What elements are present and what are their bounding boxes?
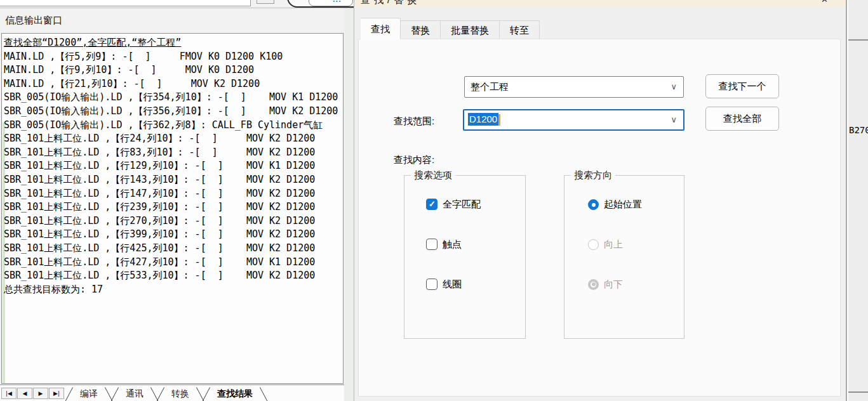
checkbox-option[interactable]: 触点	[426, 239, 481, 250]
output-line[interactable]: 总共查找目标数为: 17	[4, 283, 344, 297]
output-line[interactable]: SBR_101上料工位.LD ,【行83,列10】: -[ ] MOV K2 D…	[4, 146, 344, 160]
find-tab-panel: 查找范围: 整个工程 ∨ 查找下一个 查找内容: D1200 ∨ 查找全部 搜索…	[358, 39, 841, 397]
radio-label: 向上	[604, 239, 623, 251]
output-line[interactable]: SBR_101上料工位.LD ,【行129,列10】: -[ ] MOV K1 …	[4, 159, 344, 173]
background-divider-bottom	[848, 391, 868, 393]
checkbox-icon[interactable]	[426, 199, 437, 210]
radio-label: 向下	[604, 279, 623, 291]
radio-icon[interactable]	[588, 199, 599, 210]
selected-text: D1200	[468, 113, 498, 126]
search-direction-list: 起始位置 向上 向下	[588, 199, 642, 319]
output-list: 查找全部“D1200”,全字匹配,“整个工程”MAIN.LD ,【行5,列9】:…	[1, 33, 344, 384]
scope-value: 整个工程	[471, 81, 509, 93]
output-line[interactable]: SBR_101上料工位.LD ,【行239,列10】: -[ ] MOV K2 …	[4, 201, 344, 214]
find-next-button[interactable]: 查找下一个	[705, 74, 779, 98]
dialog-tabs: 查找替换批量替换转至	[361, 18, 540, 39]
output-line[interactable]: SBR_005(IO输入输出).LD ,【行356,列10】: -[ ] MOV…	[4, 105, 344, 119]
radio-icon[interactable]	[588, 239, 599, 250]
toolbar-combo-fragment[interactable]	[0, 0, 251, 6]
sheet-tabs: 编译通讯转换查找结果	[66, 385, 267, 401]
output-line[interactable]: SBR_101上料工位.LD ,【行399,列10】: -[ ] MOV K2 …	[4, 228, 344, 242]
tab-nav-arrow-icon[interactable]: ▶|	[49, 388, 64, 399]
find-replace-dialog: 查找/替换 ✕ 查找替换批量替换转至 查找范围: 整个工程 ∨ 查找下一个 查找…	[354, 0, 847, 401]
main-window-left-pane: ... 信息输出窗口 查找全部“D1200”,全字匹配,“整个工程”MAIN.L…	[0, 0, 354, 401]
dialog-tab[interactable]: 批量替换	[441, 20, 500, 39]
radio-option[interactable]: 向下	[588, 279, 642, 290]
radio-option[interactable]: 起始位置	[588, 199, 642, 210]
output-line[interactable]: MAIN.LD ,【行21,列10】: -[ ] MOV K2 D1200	[4, 77, 344, 91]
output-line[interactable]: 查找全部“D1200”,全字匹配,“整个工程”	[4, 36, 344, 50]
text-caret	[498, 114, 500, 126]
close-icon[interactable]: ✕	[821, 0, 828, 4]
search-options-list: 全字匹配 触点 线圈	[426, 199, 481, 319]
dialog-tab[interactable]: 查找	[361, 18, 401, 39]
background-divider	[848, 39, 868, 41]
checkbox-icon[interactable]	[426, 279, 437, 290]
sheet-tab[interactable]: 通讯	[112, 385, 157, 401]
output-line[interactable]: SBR_101上料工位.LD ,【行427,列10】: -[ ] MOV K1 …	[4, 256, 344, 270]
content-label: 查找内容:	[394, 154, 434, 166]
checkbox-label: 全字匹配	[443, 199, 481, 211]
scope-label: 查找范围:	[394, 115, 434, 128]
radio-icon[interactable]	[588, 279, 599, 290]
output-line[interactable]: SBR_005(IO输入输出).LD ,【行354,列10】: -[ ] MOV…	[4, 91, 344, 105]
checkbox-icon[interactable]	[426, 239, 437, 250]
sheet-tab[interactable]: 编译	[66, 385, 112, 401]
dialog-title: 查找/替换	[361, 0, 420, 6]
dialog-titlebar[interactable]: 查找/替换 ✕	[354, 0, 846, 6]
search-options-group: 搜索选项 全字匹配 触点 线圈	[404, 175, 526, 339]
output-lines: 查找全部“D1200”,全字匹配,“整个工程”MAIN.LD ,【行5,列9】:…	[4, 36, 344, 296]
background-window-strip: B270	[848, 0, 868, 401]
checkbox-option[interactable]: 全字匹配	[426, 199, 481, 210]
checkbox-label: 线圈	[443, 279, 462, 291]
output-line[interactable]: MAIN.LD ,【行5,列9】: -[ ] FMOV K0 D1200 K10…	[4, 50, 344, 64]
toolbar-button-fragment[interactable]	[257, 0, 274, 4]
tab-nav-arrow-icon[interactable]: ◀	[17, 388, 32, 399]
output-line[interactable]: SBR_101上料工位.LD ,【行143,列10】: -[ ] MOV K2 …	[4, 173, 344, 187]
ellipsis-icon: ...	[333, 0, 342, 4]
output-line[interactable]: SBR_101上料工位.LD ,【行425,列10】: -[ ] MOV K2 …	[4, 242, 344, 256]
output-line[interactable]: SBR_101上料工位.LD ,【行270,列10】: -[ ] MOV K2 …	[4, 214, 344, 228]
output-line[interactable]: SBR_101上料工位.LD ,【行24,列10】: -[ ] MOV K2 D…	[4, 132, 344, 146]
background-text-fragment: B270	[849, 125, 868, 135]
checkbox-label: 触点	[443, 239, 462, 251]
radio-label: 起始位置	[604, 199, 642, 211]
toolbar-icon-button-fragment[interactable]	[309, 0, 353, 6]
find-all-button[interactable]: 查找全部	[705, 107, 779, 131]
output-line[interactable]: SBR_101上料工位.LD ,【行147,列10】: -[ ] MOV K2 …	[4, 187, 344, 201]
radio-option[interactable]: 向上	[588, 239, 642, 250]
window-gap-strip	[344, 8, 354, 401]
output-window-title: 信息输出窗口	[5, 15, 62, 27]
toolbar-fragment: ...	[0, 0, 354, 8]
search-options-title: 搜索选项	[411, 169, 455, 181]
output-line[interactable]: SBR_101上料工位.LD ,【行533,列10】: -[ ] MOV K2 …	[4, 269, 344, 283]
search-direction-group: 搜索方向 起始位置 向上 向下	[564, 175, 684, 339]
search-direction-title: 搜索方向	[571, 169, 615, 181]
sheet-tab[interactable]: 查找结果	[203, 385, 267, 401]
dialog-tab[interactable]: 转至	[500, 20, 540, 39]
tab-nav-buttons: |◀◀▶▶|	[1, 388, 65, 399]
scope-combobox[interactable]: 整个工程 ∨	[464, 76, 684, 98]
checkbox-option[interactable]: 线圈	[426, 279, 481, 290]
tab-nav-arrow-icon[interactable]: |◀	[1, 388, 17, 399]
dialog-tab[interactable]: 替换	[401, 20, 441, 39]
chevron-down-icon[interactable]: ∨	[671, 82, 677, 91]
output-line[interactable]: MAIN.LD ,【行9,列10】: -[ ] MOV K0 D1200	[4, 63, 344, 77]
tab-nav-arrow-icon[interactable]: ▶	[33, 388, 48, 399]
result-tab-bar: |◀◀▶▶| 编译通讯转换查找结果	[0, 385, 354, 401]
content-combobox[interactable]: D1200 ∨	[463, 109, 684, 131]
chevron-down-icon[interactable]: ∨	[671, 115, 677, 124]
output-line[interactable]: SBR_005(IO输入输出).LD ,【行362,列8】: CALL_FB C…	[4, 119, 344, 133]
sheet-tab[interactable]: 转换	[157, 385, 203, 401]
content-value: D1200	[468, 114, 500, 126]
